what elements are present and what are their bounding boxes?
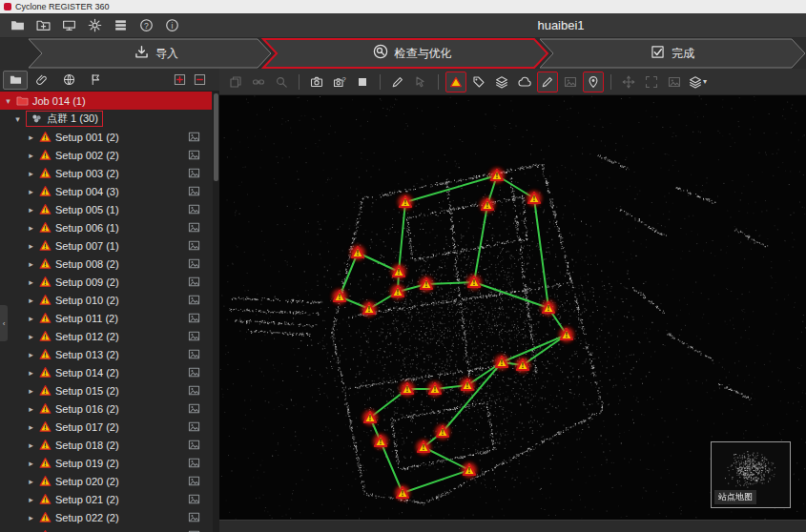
setup-link-line[interactable]	[399, 202, 405, 272]
setup-link-line[interactable]	[381, 441, 403, 493]
setup-marker[interactable]	[428, 382, 443, 397]
thumbnail-icon[interactable]	[188, 511, 200, 523]
thumbnail-icon[interactable]	[188, 257, 200, 270]
show-labels-button[interactable]	[468, 72, 489, 92]
expand-arrow-icon[interactable]: ▸	[27, 440, 35, 450]
setup-marker[interactable]	[461, 379, 475, 393]
expand-arrow-icon[interactable]: ▸	[27, 350, 35, 359]
workflow-step-review[interactable]	[263, 39, 548, 68]
setup-marker[interactable]	[463, 463, 477, 478]
expand-arrow-icon[interactable]: ▸	[27, 422, 35, 432]
setup-marker[interactable]	[396, 486, 410, 501]
setup-link-line[interactable]	[443, 362, 502, 432]
show-cloud-button[interactable]	[514, 72, 535, 92]
thumbnail-icon[interactable]	[188, 420, 200, 433]
tree-item-setup[interactable]: ▸Setup 015 (2)	[0, 381, 212, 399]
tree-item-setup[interactable]: ▸Setup 006 (1)	[0, 218, 212, 236]
thumbnail-icon[interactable]	[188, 276, 200, 288]
collapse-all-button[interactable]	[192, 72, 208, 88]
setup-marker[interactable]	[495, 356, 509, 370]
thumbnail-icon[interactable]	[188, 457, 200, 469]
draw-links-button[interactable]	[537, 72, 558, 92]
setup-link-line[interactable]	[403, 470, 469, 493]
minimap[interactable]: 站点地图	[711, 441, 791, 508]
thumbnail-icon[interactable]	[188, 402, 200, 415]
setup-marker[interactable]	[436, 425, 450, 440]
tree-item-setup[interactable]: ▸Setup 012 (2)	[0, 327, 212, 345]
image-view-button[interactable]	[664, 72, 685, 92]
setup-marker[interactable]	[374, 435, 388, 449]
tree-item-setup[interactable]: ▸Setup 010 (2)	[0, 291, 212, 309]
expand-arrow-icon[interactable]: ▸	[27, 241, 35, 251]
open-project-button[interactable]	[6, 15, 30, 36]
tree-item-setup[interactable]: ▸Setup 005 (1)	[0, 200, 212, 218]
setup-link-line[interactable]	[424, 447, 469, 470]
snapshot-annotate-button[interactable]: ?	[329, 72, 350, 92]
thumbnail-icon[interactable]	[188, 475, 200, 487]
import-device-button[interactable]	[57, 15, 81, 36]
sidebar-tab-web[interactable]	[56, 71, 81, 90]
expand-arrow-icon[interactable]: ▸	[27, 513, 35, 522]
tree-item-setup[interactable]: ▸Setup 001 (2)	[0, 128, 212, 146]
show-geotags-button[interactable]	[583, 72, 604, 92]
expand-arrow-icon[interactable]: ▸	[27, 368, 35, 378]
tree-item-cluster[interactable]: ▾ 点群 1 (30)	[0, 110, 212, 128]
zoom-window-button[interactable]	[271, 72, 292, 92]
setup-marker[interactable]	[481, 198, 495, 213]
thumbnail-icon[interactable]	[188, 203, 200, 215]
show-images-button[interactable]	[560, 72, 581, 92]
expand-arrow-icon[interactable]: ▸	[27, 151, 35, 160]
stop-button[interactable]	[352, 72, 373, 92]
setup-marker[interactable]	[392, 265, 406, 279]
setup-marker[interactable]	[391, 285, 405, 299]
thumbnail-icon[interactable]	[188, 239, 200, 252]
setup-marker[interactable]	[417, 440, 431, 455]
expand-arrow-icon[interactable]: ▸	[27, 404, 35, 414]
thumbnail-icon[interactable]	[188, 294, 200, 306]
setup-link-line[interactable]	[534, 198, 548, 308]
tree-item-setup[interactable]: ▸Setup 020 (2)	[0, 472, 212, 490]
tree-item-setup[interactable]: ▸Setup 014 (2)	[0, 363, 212, 381]
expand-arrow-icon[interactable]: ▸	[27, 205, 35, 215]
tree-item-setup[interactable]: ▸Setup 013 (2)	[0, 345, 212, 363]
thumbnail-icon[interactable]	[188, 439, 200, 451]
workflow-step-finish[interactable]	[540, 39, 805, 68]
setup-marker[interactable]	[420, 277, 434, 292]
expand-arrow-icon[interactable]: ▸	[27, 477, 35, 486]
copy-view-button[interactable]	[225, 72, 246, 92]
tree-item-setup[interactable]: ▸Setup 019 (2)	[0, 454, 212, 472]
workflow-step-import[interactable]	[29, 39, 271, 68]
setup-link-line[interactable]	[474, 282, 548, 308]
link-views-button[interactable]	[248, 72, 269, 92]
expand-arrow-icon[interactable]: ▸	[27, 459, 35, 468]
tree-item-job[interactable]: ▾ Job 014 (1)	[0, 92, 212, 110]
thumbnail-icon[interactable]	[188, 131, 200, 143]
setup-marker[interactable]	[401, 382, 415, 397]
about-button[interactable]: i	[160, 15, 184, 36]
setup-marker[interactable]	[363, 411, 378, 425]
setup-marker[interactable]	[351, 246, 365, 260]
fit-view-button[interactable]	[641, 72, 662, 92]
sidebar-tab-bookmarks[interactable]	[83, 71, 108, 90]
thumbnail-icon[interactable]	[188, 312, 200, 324]
new-project-button[interactable]	[31, 15, 55, 36]
expand-arrow-icon[interactable]: ▸	[27, 169, 35, 178]
tree-item-setup[interactable]: ▸Setup 007 (1)	[0, 236, 212, 255]
tree-item-setup[interactable]: ▸Setup 008 (2)	[0, 255, 212, 273]
expand-arrow-icon[interactable]: ▸	[27, 296, 35, 305]
scrollbar-thumb[interactable]	[214, 93, 218, 181]
setup-marker[interactable]	[362, 302, 377, 317]
pick-annotate-button[interactable]	[410, 72, 431, 92]
expand-arrow-icon[interactable]: ▸	[27, 133, 35, 142]
show-setups-button[interactable]	[445, 72, 466, 92]
sidebar-scrollbar[interactable]	[213, 92, 219, 532]
expand-arrow-icon[interactable]: ▸	[27, 223, 35, 233]
sidebar-tab-attachments[interactable]	[30, 71, 54, 90]
thumbnail-icon[interactable]	[188, 384, 200, 397]
thumbnail-icon[interactable]	[188, 366, 200, 379]
expand-arrow-icon[interactable]: ▸	[27, 277, 35, 287]
expand-arrow-icon[interactable]: ▸	[27, 495, 35, 504]
thumbnail-icon[interactable]	[188, 167, 200, 179]
sidebar-collapse-handle[interactable]: ‹	[0, 305, 8, 341]
settings-button[interactable]	[83, 15, 107, 36]
